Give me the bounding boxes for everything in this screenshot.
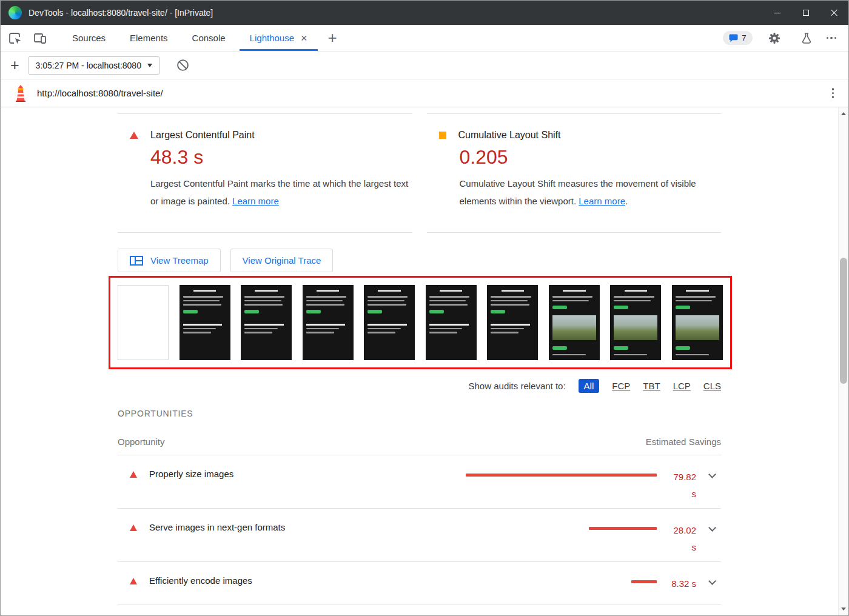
thumb-button xyxy=(244,310,259,313)
tab-lighthouse[interactable]: Lighthouse × xyxy=(238,25,320,51)
chevron-down-icon[interactable] xyxy=(708,577,716,585)
close-icon xyxy=(831,9,838,16)
thumb-text-line xyxy=(306,332,334,333)
thumb-logo-line xyxy=(378,290,400,292)
savings-bar-track xyxy=(462,474,657,477)
chevron-down-icon[interactable] xyxy=(708,470,716,478)
thumb-text-line xyxy=(183,296,223,298)
report-content: Largest Contentful Paint 48.3 s Largest … xyxy=(1,107,848,615)
filmstrip-thumbnail-photo xyxy=(672,285,723,360)
window-titlebar: DevTools - localhost:8080/travel-site/ -… xyxy=(1,1,848,25)
report-options-button[interactable] xyxy=(828,85,838,101)
thumb-text-line xyxy=(552,354,586,356)
scroll-up-button[interactable] xyxy=(839,109,848,119)
thumb-button xyxy=(491,310,505,313)
thumb-caption-line xyxy=(429,324,469,326)
savings-value: 79.82 s xyxy=(668,469,696,503)
metric-description: Cumulative Layout Shift measures the mov… xyxy=(460,175,720,210)
thumb-text-line xyxy=(306,328,340,330)
tab-close-icon[interactable]: × xyxy=(301,33,307,44)
view-treemap-button[interactable]: View Treemap xyxy=(118,249,221,272)
more-tabs-button[interactable]: + xyxy=(320,25,346,51)
metric-description-text: Largest Contentful Paint marks the time … xyxy=(150,178,408,206)
filter-chip-all[interactable]: All xyxy=(579,379,600,393)
thumb-text-line xyxy=(244,328,278,330)
thumb-button xyxy=(676,346,690,350)
filmstrip-thumbnail-dark xyxy=(180,285,230,360)
report-url-bar: http://localhost:8080/travel-site/ xyxy=(1,79,848,107)
lighthouse-toolbar: + 3:05:27 PM - localhost:8080 xyxy=(1,52,848,79)
report-selector-dropdown[interactable]: 3:05:27 PM - localhost:8080 xyxy=(29,56,159,75)
thumb-text-line xyxy=(491,300,527,302)
metric-description: Largest Contentful Paint marks the time … xyxy=(150,175,411,210)
thumb-button xyxy=(183,310,198,313)
thumb-text-line xyxy=(429,296,469,298)
thumb-text-line xyxy=(614,354,647,356)
inspect-cursor-icon xyxy=(8,32,22,45)
tab-label: Lighthouse xyxy=(250,33,294,43)
inspect-element-button[interactable] xyxy=(5,28,25,49)
scroll-down-button[interactable] xyxy=(839,604,848,614)
maximize-button[interactable] xyxy=(791,1,820,25)
feedback-button[interactable]: 7 xyxy=(723,31,752,45)
fail-triangle-icon xyxy=(130,471,137,478)
chevron-down-icon[interactable] xyxy=(708,524,716,532)
edge-devtools-app-icon xyxy=(8,6,22,19)
thumb-caption-line xyxy=(306,324,346,326)
thumb-text-line xyxy=(367,296,408,298)
device-toolbar-button[interactable] xyxy=(30,28,50,49)
opportunity-label: Properly size images xyxy=(149,469,233,479)
opportunity-row-next-gen-formats[interactable]: Serve images in next-gen formats 28.02 s xyxy=(118,509,721,562)
vertical-scrollbar[interactable] xyxy=(838,107,848,615)
opportunity-row-properly-size-images[interactable]: Properly size images 79.82 s xyxy=(118,455,721,509)
new-report-button[interactable]: + xyxy=(10,58,19,73)
tab-console[interactable]: Console xyxy=(180,25,238,51)
learn-more-link[interactable]: Learn more xyxy=(232,196,279,206)
settings-button[interactable] xyxy=(764,28,785,49)
dot-icon xyxy=(827,37,829,39)
experiments-button[interactable] xyxy=(796,28,817,49)
thumb-text-line xyxy=(552,300,589,302)
thumb-logo-line xyxy=(193,290,216,292)
plus-icon: + xyxy=(328,28,337,47)
thumb-text-line xyxy=(183,332,211,333)
fail-triangle-icon xyxy=(130,132,138,139)
metric-description-suffix: . xyxy=(625,196,628,206)
thumb-button xyxy=(676,306,690,309)
filter-link-tbt[interactable]: TBT xyxy=(643,381,660,391)
thumb-caption-line xyxy=(367,324,407,326)
maximize-icon xyxy=(803,10,809,16)
filter-link-fcp[interactable]: FCP xyxy=(612,381,630,391)
arrow-down-icon xyxy=(841,608,846,611)
opportunities-heading: OPPORTUNITIES xyxy=(118,409,721,418)
tab-sources[interactable]: Sources xyxy=(60,25,118,51)
dot-icon xyxy=(834,37,837,39)
tab-elements[interactable]: Elements xyxy=(118,25,180,51)
opportunity-label: Efficiently encode images xyxy=(149,575,252,586)
thumb-photo xyxy=(614,315,657,340)
filter-link-lcp[interactable]: LCP xyxy=(673,381,691,391)
clear-reports-button[interactable] xyxy=(173,55,193,76)
scrollbar-thumb[interactable] xyxy=(840,258,847,384)
view-original-trace-button[interactable]: View Original Trace xyxy=(230,249,334,272)
thumb-button xyxy=(552,346,567,350)
thumb-text-line xyxy=(429,304,468,306)
filmstrip-thumbnail-dark xyxy=(487,285,538,360)
thumb-text-line xyxy=(491,332,518,333)
thumb-logo-line xyxy=(440,290,462,292)
close-button[interactable] xyxy=(820,1,848,25)
filter-link-cls[interactable]: CLS xyxy=(703,381,721,391)
minimize-button[interactable] xyxy=(763,1,791,25)
metric-value: 48.3 s xyxy=(150,146,412,169)
opportunity-row-efficiently-encode-images[interactable]: Efficiently encode images 8.32 s xyxy=(118,562,721,604)
learn-more-link[interactable]: Learn more xyxy=(579,196,625,206)
more-options-button[interactable] xyxy=(824,33,839,43)
thumb-text-line xyxy=(244,304,283,306)
tab-label: Console xyxy=(192,33,226,43)
lighthouse-logo-icon xyxy=(14,85,27,102)
thumb-text-line xyxy=(676,296,716,298)
report-actions: View Treemap View Original Trace xyxy=(118,249,721,272)
savings-value: 28.02 s xyxy=(668,522,696,556)
device-toolbar-icon xyxy=(33,32,47,45)
chevron-down-icon xyxy=(147,64,152,67)
